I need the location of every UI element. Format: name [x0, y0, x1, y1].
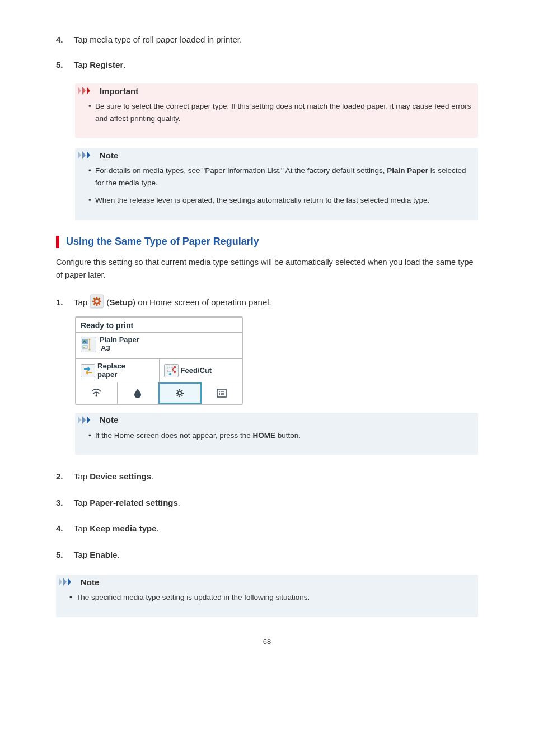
replace-icon — [81, 364, 95, 377]
note-header: Note — [75, 413, 478, 427]
list-icon — [216, 388, 227, 398]
note-label: Note — [100, 151, 118, 160]
ink-tab[interactable] — [118, 382, 159, 404]
note-header: Note — [56, 575, 478, 589]
step-3: 3. Tap Paper-related settings. — [56, 497, 478, 510]
paper-text: Plain Paper A3 — [100, 336, 139, 353]
feed-cut-icon — [164, 364, 179, 377]
replace-label: Replace paper — [97, 362, 125, 379]
svg-point-21 — [178, 391, 181, 395]
note-body: The specified media type setting is upda… — [56, 589, 478, 614]
important-header: Important — [75, 83, 478, 98]
important-item: Be sure to select the correct paper type… — [88, 100, 471, 124]
svg-line-26 — [177, 390, 178, 391]
list-tab[interactable] — [202, 382, 242, 404]
svg-line-9 — [99, 304, 100, 305]
step-2: 2. Tap Device settings. — [56, 470, 478, 483]
svg-point-33 — [219, 393, 220, 394]
paper-type: Plain Paper — [100, 336, 139, 344]
chevrons-blue-icon — [77, 150, 97, 160]
svg-point-15 — [89, 349, 91, 351]
wifi-tab[interactable] — [76, 382, 118, 404]
svg-point-35 — [219, 394, 220, 395]
svg-rect-0 — [90, 295, 104, 308]
feed-cut-button[interactable]: Feed/Cut — [160, 359, 242, 382]
wifi-icon — [90, 388, 102, 398]
gear-icon — [174, 388, 185, 399]
note-item: When the release lever is operated, the … — [88, 194, 471, 207]
svg-point-31 — [219, 391, 220, 392]
panel-title: Ready to print — [76, 318, 242, 333]
note-item: If the Home screen does not appear, pres… — [88, 430, 471, 442]
step-text: Tap Paper-related settings. — [74, 498, 180, 507]
svg-line-7 — [99, 298, 100, 300]
svg-rect-16 — [167, 367, 173, 372]
step-number: 3. — [56, 497, 72, 510]
note-callout-3: Note The specified media type setting is… — [56, 575, 478, 617]
page-number: 68 — [56, 637, 478, 646]
step-4: 4. Tap media type of roll paper loaded i… — [56, 34, 478, 46]
svg-line-8 — [94, 304, 95, 305]
note-body: If the Home screen does not appear, pres… — [75, 427, 478, 452]
red-bar-icon — [56, 236, 59, 248]
replace-paper-button[interactable]: Replace paper — [76, 359, 160, 382]
step-text: Tap Device settings. — [74, 472, 154, 481]
step-5: 5. Tap Register. — [56, 59, 478, 72]
step-1: 1. Tap — [56, 294, 478, 309]
step-text: Tap Keep media type. — [74, 524, 159, 533]
step-text: Tap (Se — [74, 297, 271, 307]
svg-rect-13 — [83, 347, 85, 348]
step-number: 2. — [56, 470, 72, 483]
important-body: Be sure to select the correct paper type… — [75, 98, 478, 134]
svg-point-14 — [89, 339, 91, 340]
chevrons-blue-icon — [58, 577, 78, 587]
chevrons-red-icon — [77, 86, 97, 96]
important-label: Important — [100, 86, 138, 96]
svg-point-11 — [86, 339, 87, 341]
section-heading: Using the Same Type of Paper Regularly — [56, 236, 478, 248]
note-callout-2: Note If the Home screen does not appear,… — [75, 413, 478, 455]
note-item: For details on media types, see "Paper I… — [88, 165, 471, 189]
step-number: 4. — [56, 34, 72, 46]
step-text: Tap Register. — [74, 60, 126, 69]
step-text: Tap media type of roll paper loaded in p… — [74, 35, 242, 44]
note-label: Note — [81, 577, 99, 587]
section-intro: Configure this setting so that current m… — [56, 256, 478, 282]
chevrons-blue-icon — [77, 415, 97, 425]
note-callout-1: Note For details on media types, see "Pa… — [75, 148, 478, 220]
paper-size: A3 — [101, 344, 139, 353]
gear-icon — [90, 294, 104, 309]
svg-line-27 — [181, 390, 182, 391]
section-title: Using the Same Type of Paper Regularly — [66, 236, 259, 248]
note-body: For details on media types, see "Paper I… — [75, 162, 478, 217]
feed-cut-label: Feed/Cut — [181, 366, 212, 375]
note-label: Note — [100, 415, 118, 424]
step-5b: 5. Tap Enable. — [56, 549, 478, 562]
svg-line-6 — [94, 298, 95, 300]
note-header: Note — [75, 148, 478, 162]
step-number: 5. — [56, 59, 72, 72]
setup-tab[interactable] — [158, 382, 202, 404]
ink-drop-icon — [133, 388, 142, 398]
step-number: 5. — [56, 549, 72, 562]
step-4b: 4. Tap Keep media type. — [56, 522, 478, 535]
note-item: The specified media type setting is upda… — [69, 591, 471, 604]
step-number: 1. — [56, 297, 72, 307]
printer-panel: Ready to print Plain Paper A3 — [75, 316, 243, 404]
svg-line-29 — [181, 395, 182, 396]
svg-line-28 — [177, 395, 178, 396]
step-text: Tap Enable. — [74, 550, 120, 559]
panel-paper-info[interactable]: Plain Paper A3 — [76, 333, 242, 359]
important-callout: Important Be sure to select the correct … — [75, 83, 478, 138]
step-number: 4. — [56, 522, 72, 535]
paper-thumb-icon — [81, 337, 96, 352]
